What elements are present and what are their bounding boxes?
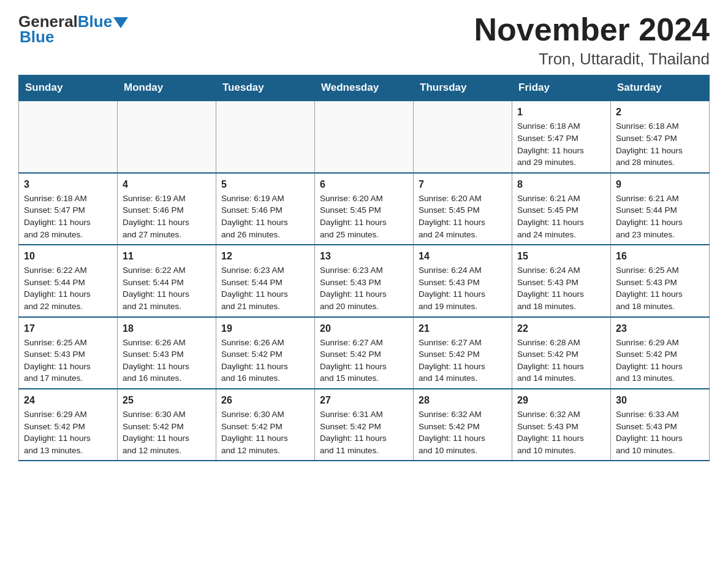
- location-title: Tron, Uttaradit, Thailand: [474, 50, 710, 69]
- day-info: Sunset: 5:45 PM: [517, 204, 605, 216]
- calendar-table: SundayMondayTuesdayWednesdayThursdayFrid…: [18, 75, 710, 461]
- day-info: Sunset: 5:43 PM: [616, 421, 704, 433]
- day-info: and 11 minutes.: [320, 445, 408, 457]
- calendar-week-1: 1Sunrise: 6:18 AMSunset: 5:47 PMDaylight…: [19, 101, 710, 172]
- day-info: Sunrise: 6:31 AM: [320, 408, 408, 421]
- day-info: Sunrise: 6:29 AM: [24, 408, 112, 421]
- day-info: and 16 minutes.: [123, 372, 211, 385]
- day-info: Sunset: 5:45 PM: [419, 204, 507, 216]
- day-number: 11: [123, 249, 211, 263]
- day-info: Daylight: 11 hours: [221, 432, 309, 445]
- calendar-col-thursday: Thursday: [414, 75, 512, 101]
- day-info: Sunset: 5:43 PM: [517, 277, 605, 289]
- calendar-cell: 2Sunrise: 6:18 AMSunset: 5:47 PMDaylight…: [611, 101, 710, 172]
- calendar-week-5: 24Sunrise: 6:29 AMSunset: 5:42 PMDayligh…: [19, 389, 710, 461]
- day-info: Sunrise: 6:19 AM: [221, 193, 309, 205]
- calendar-cell: 25Sunrise: 6:30 AMSunset: 5:42 PMDayligh…: [118, 389, 216, 461]
- title-area: November 2024 Tron, Uttaradit, Thailand: [474, 12, 710, 69]
- calendar-cell: 16Sunrise: 6:25 AMSunset: 5:43 PMDayligh…: [611, 245, 710, 316]
- day-info: Daylight: 11 hours: [616, 216, 704, 229]
- day-number: 27: [320, 393, 408, 407]
- day-info: Daylight: 11 hours: [123, 432, 211, 445]
- day-number: 26: [221, 393, 309, 407]
- day-number: 1: [517, 105, 605, 119]
- day-info: Sunset: 5:42 PM: [320, 421, 408, 433]
- calendar-col-tuesday: Tuesday: [216, 75, 315, 101]
- day-info: and 25 minutes.: [320, 229, 408, 241]
- day-number: 5: [221, 177, 309, 191]
- day-info: Sunrise: 6:23 AM: [320, 264, 408, 277]
- calendar-cell: 10Sunrise: 6:22 AMSunset: 5:44 PMDayligh…: [19, 245, 118, 316]
- day-info: Daylight: 11 hours: [24, 216, 112, 229]
- day-info: Daylight: 11 hours: [517, 432, 605, 445]
- day-info: Daylight: 11 hours: [320, 361, 408, 373]
- day-info: Sunset: 5:45 PM: [320, 204, 408, 216]
- day-info: Daylight: 11 hours: [616, 361, 704, 373]
- day-number: 20: [320, 321, 408, 335]
- day-number: 28: [419, 393, 507, 407]
- day-info: Daylight: 11 hours: [517, 288, 605, 301]
- day-info: and 19 minutes.: [419, 301, 507, 313]
- day-number: 21: [419, 321, 507, 335]
- day-number: 2: [616, 105, 704, 119]
- day-number: 6: [320, 177, 408, 191]
- day-info: Sunset: 5:42 PM: [419, 421, 507, 433]
- day-info: and 13 minutes.: [24, 445, 112, 457]
- calendar-cell: 8Sunrise: 6:21 AMSunset: 5:45 PMDaylight…: [512, 173, 611, 245]
- day-info: Daylight: 11 hours: [123, 361, 211, 373]
- calendar-cell: 15Sunrise: 6:24 AMSunset: 5:43 PMDayligh…: [512, 245, 611, 316]
- day-info: and 18 minutes.: [616, 301, 704, 313]
- day-info: and 12 minutes.: [221, 445, 309, 457]
- day-info: Daylight: 11 hours: [616, 432, 704, 445]
- day-number: 16: [616, 249, 704, 263]
- day-info: and 20 minutes.: [320, 301, 408, 313]
- day-info: Daylight: 11 hours: [221, 361, 309, 373]
- day-info: Sunrise: 6:28 AM: [517, 337, 605, 349]
- calendar-col-sunday: Sunday: [19, 75, 118, 101]
- day-info: Sunrise: 6:24 AM: [419, 264, 507, 277]
- day-info: Sunset: 5:43 PM: [517, 421, 605, 433]
- day-number: 23: [616, 321, 704, 335]
- day-info: and 10 minutes.: [419, 445, 507, 457]
- day-info: Sunrise: 6:33 AM: [616, 408, 704, 421]
- day-info: Sunrise: 6:27 AM: [419, 337, 507, 349]
- day-info: Sunrise: 6:32 AM: [419, 408, 507, 421]
- day-info: Sunset: 5:42 PM: [616, 348, 704, 361]
- day-info: Sunrise: 6:19 AM: [123, 193, 211, 205]
- day-number: 3: [24, 177, 112, 191]
- day-info: Sunset: 5:44 PM: [123, 277, 211, 289]
- day-info: and 15 minutes.: [320, 372, 408, 385]
- day-info: Daylight: 11 hours: [616, 288, 704, 301]
- calendar-col-wednesday: Wednesday: [315, 75, 414, 101]
- day-info: Daylight: 11 hours: [123, 216, 211, 229]
- day-info: and 14 minutes.: [517, 372, 605, 385]
- day-info: and 28 minutes.: [24, 229, 112, 241]
- day-info: Sunset: 5:42 PM: [221, 348, 309, 361]
- day-info: and 12 minutes.: [123, 445, 211, 457]
- calendar-cell: 9Sunrise: 6:21 AMSunset: 5:44 PMDaylight…: [611, 173, 710, 245]
- day-info: and 18 minutes.: [517, 301, 605, 313]
- day-info: Sunrise: 6:30 AM: [221, 408, 309, 421]
- day-number: 4: [123, 177, 211, 191]
- day-info: Sunset: 5:42 PM: [517, 348, 605, 361]
- day-number: 13: [320, 249, 408, 263]
- day-info: Daylight: 11 hours: [419, 288, 507, 301]
- calendar-cell: 14Sunrise: 6:24 AMSunset: 5:43 PMDayligh…: [414, 245, 512, 316]
- day-number: 14: [419, 249, 507, 263]
- day-info: and 17 minutes.: [24, 372, 112, 385]
- day-info: Sunrise: 6:25 AM: [616, 264, 704, 277]
- day-info: Daylight: 11 hours: [419, 361, 507, 373]
- day-info: Daylight: 11 hours: [320, 216, 408, 229]
- calendar-cell: 5Sunrise: 6:19 AMSunset: 5:46 PMDaylight…: [216, 173, 315, 245]
- day-info: Sunrise: 6:27 AM: [320, 337, 408, 349]
- day-info: and 10 minutes.: [517, 445, 605, 457]
- day-info: Sunrise: 6:26 AM: [123, 337, 211, 349]
- day-info: Daylight: 11 hours: [320, 288, 408, 301]
- calendar-cell: 18Sunrise: 6:26 AMSunset: 5:43 PMDayligh…: [118, 317, 216, 389]
- day-info: and 26 minutes.: [221, 229, 309, 241]
- day-info: Sunrise: 6:24 AM: [517, 264, 605, 277]
- calendar-cell: 29Sunrise: 6:32 AMSunset: 5:43 PMDayligh…: [512, 389, 611, 461]
- calendar-cell: [118, 101, 216, 172]
- day-info: Daylight: 11 hours: [517, 216, 605, 229]
- day-info: Sunrise: 6:20 AM: [320, 193, 408, 205]
